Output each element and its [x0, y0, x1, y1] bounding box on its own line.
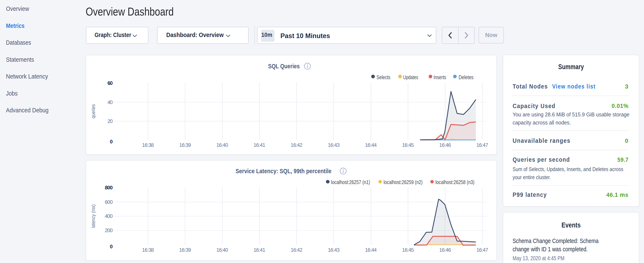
svg-text:20: 20 [107, 118, 113, 124]
svg-text:16:41: 16:41 [254, 142, 265, 148]
svg-text:0: 0 [110, 139, 113, 144]
svg-text:16:47: 16:47 [476, 142, 488, 148]
svg-text:latency (ms): latency (ms) [90, 204, 96, 228]
svg-text:16:39: 16:39 [179, 142, 191, 148]
svg-text:16:43: 16:43 [328, 247, 340, 253]
svg-text:16:40: 16:40 [216, 142, 228, 148]
svg-text:queries: queries [90, 104, 96, 119]
svg-text:40: 40 [107, 99, 113, 105]
svg-text:16:45: 16:45 [402, 247, 414, 253]
svg-text:200: 200 [105, 227, 113, 233]
svg-text:400: 400 [105, 213, 113, 219]
svg-text:16:46: 16:46 [439, 247, 451, 253]
svg-text:800: 800 [105, 185, 113, 190]
svg-text:0: 0 [110, 244, 113, 249]
svg-text:16:42: 16:42 [291, 247, 302, 253]
svg-text:16:43: 16:43 [328, 142, 340, 148]
svg-text:16:46: 16:46 [439, 142, 451, 148]
svg-text:16:47: 16:47 [476, 247, 488, 253]
svg-text:16:44: 16:44 [365, 247, 377, 253]
svg-text:16:38: 16:38 [142, 142, 154, 148]
svg-text:16:44: 16:44 [365, 142, 377, 148]
svg-text:60: 60 [107, 80, 113, 86]
svg-text:16:41: 16:41 [254, 247, 265, 253]
svg-text:16:38: 16:38 [142, 247, 154, 253]
svg-text:16:40: 16:40 [216, 247, 228, 253]
svg-text:16:39: 16:39 [179, 247, 191, 253]
svg-text:600: 600 [105, 199, 113, 205]
svg-text:16:45: 16:45 [402, 142, 414, 148]
svg-text:16:42: 16:42 [291, 142, 302, 148]
